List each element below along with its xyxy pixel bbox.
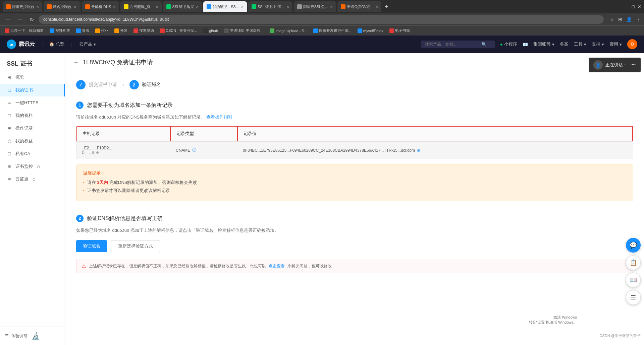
brand-name: 腾讯云 [19,41,35,48]
maximize-btn[interactable]: □ [632,4,635,9]
sidebar-item-my-rights[interactable]: ☆ 我的权益 [0,135,65,147]
bell-icon[interactable]: 📧 [523,42,528,47]
sidebar-item-cloud-cert[interactable]: ≡ 云证通 ⬡ [0,173,65,186]
billing-link[interactable]: 费用 ▾ [609,41,622,47]
tab-7[interactable]: SSL 证书 如何... ✕ [248,1,292,12]
bookmark-star-icon[interactable]: ☆ [610,17,614,22]
hamburger-icon: ☰ [5,334,9,338]
tab-close-4[interactable]: ✕ [156,5,158,9]
tab-favicon-4 [124,4,128,9]
mini-program-link[interactable]: ● 小程序 [500,41,517,47]
tab-8[interactable]: 阿里云SSL免... ✕ [294,1,336,12]
list-icon-button[interactable]: ☰ [626,290,641,305]
tab-close-7[interactable]: ✕ [286,5,289,9]
profile-icon[interactable]: 👤 [626,17,632,22]
tools-link[interactable]: 工具 ▾ [574,41,586,47]
bookmark-algo[interactable]: 算法 [75,27,91,34]
user-avatar[interactable]: O [627,39,637,49]
home-icon: 🏠 [49,42,54,47]
sidebar-footer[interactable]: ☰ 体验调研 🔬 [0,327,65,345]
tab-9[interactable]: 申请免费DV证... ✕ [337,1,381,12]
dns-table-row: _E2... ...F10D2... D... ...⊕ ⊕ CNAME ⓘ [76,142,633,159]
tab-add-button[interactable]: + [383,3,390,10]
tab-label-1: 阿里云控制台 [12,4,34,9]
dns-host-value: _E2... ...F10D2... [82,146,112,150]
sidebar-item-my-data[interactable]: □ 我的资料 [0,109,65,122]
https-label: 一键HTTPS [15,100,39,106]
sidebar-item-private-ca[interactable]: □ 私有CA [0,147,65,160]
brand-logo[interactable]: ☁ 腾讯云 [7,40,35,49]
my-certs-icon: □ [7,87,12,93]
bottom-warning-link[interactable]: 点击查看 [269,263,285,269]
bookmark-search-icon [133,28,138,33]
chat-support-button[interactable]: 💬 [626,238,641,253]
content-area: SSL 证书 ⊞ 概览 □ 我的证书 ≡ 一键HTTPS □ 我的资料 ≡ 操作… [0,53,644,345]
bookmark-search[interactable]: 搜索资源 [132,27,155,34]
bookmark-hw[interactable]: 作业 [94,27,110,34]
reselect-verification-button[interactable]: 重新选择验证方式 [111,240,160,252]
feedback-button[interactable]: 📋 [626,255,641,270]
dns-info-link[interactable]: 查看操作指引 [206,115,232,120]
bookmark-dev[interactable]: 开发 [113,27,129,34]
sidebar-item-cert-monitor[interactable]: ≡ 证书监控 ⬡ [0,160,65,173]
address-bar[interactable]: console.cloud.tencent.com/ssl/dsc/apply?… [39,15,604,24]
sidebar-item-operation-log[interactable]: ≡ 操作记录 [0,122,65,135]
warning-text-1: 请在 3天内 完成DNS解析记录的添加，否则审核将会失败 [87,180,197,186]
back-nav-button[interactable]: ← [3,16,13,23]
warning-days-link: 3天内 [97,180,108,185]
tab-6-active[interactable]: 我的证书 - SS... ✕ [203,1,247,12]
tab-close-2[interactable]: ✕ [73,5,76,9]
search-input[interactable] [425,42,479,47]
tab-4[interactable]: 在线翻译_有... ✕ [120,1,161,12]
bookmark-emqx[interactable]: myselfEmqx [356,28,385,34]
sidebar-item-overview[interactable]: ⊞ 概览 [0,71,65,84]
sidebar-item-my-certs[interactable]: □ 我的证书 [0,84,65,96]
back-button[interactable]: ← [73,59,79,65]
dns-table: 主机记录 记录类型 记录值 _E2... ...F10D2... D... ..… [76,126,633,159]
copy-value-icon[interactable]: ⊕ [417,148,420,153]
cloud-products-label: 云产品 [79,41,92,47]
bookmark-dev-label: 开发 [120,28,127,33]
close-btn[interactable]: ✕ [637,4,641,9]
home-link[interactable]: 🏠 总览 [49,41,64,47]
forward-nav-button[interactable]: → [15,16,25,23]
tab-5[interactable]: SSL证书购买 ✕ [163,1,202,12]
backup-link[interactable]: 备案 [560,41,569,47]
book-icon-button[interactable]: 📖 [626,273,641,287]
tab-close-3[interactable]: ✕ [113,5,116,9]
copy-host-icon[interactable]: ⊕ [96,150,99,155]
cloud-products-link[interactable]: 云产品 ▾ [79,41,96,47]
bookmark-baidu[interactable]: 百度一下，你就知道 [3,27,45,34]
tab-close-9[interactable]: ✕ [375,5,378,9]
bookmark-csdn[interactable]: CSDN - 专业开发... [159,27,199,34]
reload-button[interactable]: ↻ [28,16,36,23]
bookmark-ebooks[interactable]: 电子书籍 [388,27,411,34]
bookmark-copyright[interactable]: 申请须知-中国版权... [223,27,265,34]
group-arrow-icon: ▾ [552,42,554,47]
group-account-link[interactable]: 集团账号 ▾ [533,41,554,47]
menu-icon[interactable]: ⋮ [636,17,641,22]
speaking-person-icon: 👤 [593,60,603,70]
bookmark-video[interactable]: 视频相关 [48,27,71,34]
tab-close-1[interactable]: ✕ [36,5,39,9]
tab-2[interactable]: 域名控制台 ✕ [44,1,80,12]
tab-3[interactable]: 云解析 DNS ✕ [82,1,119,12]
overview-icon: ⊞ [7,75,12,80]
extension-icon[interactable]: ⊞ [618,17,622,22]
tab-close-8[interactable]: ✕ [330,5,333,9]
bookmark-github[interactable]: gihub [202,28,219,34]
tab-close-6[interactable]: ✕ [241,5,244,9]
top-search-bar[interactable]: 🔍 [421,41,495,48]
minimize-btn[interactable]: ─ [626,4,629,9]
bookmark-baidu-icon [5,28,9,33]
support-link[interactable]: 支持 ▾ [592,41,604,47]
tab-close-5[interactable]: ✕ [196,5,199,9]
bookmark-image-upload[interactable]: Image Upload - S... [268,28,309,34]
sidebar-item-one-click-https[interactable]: ≡ 一键HTTPS [0,96,65,109]
group-account-label: 集团账号 [533,41,551,47]
bookmark-cdb[interactable]: 国家开发银行生源... [312,27,353,34]
verify-domain-button[interactable]: 验证域名 [76,240,107,252]
op-log-icon: ≡ [7,126,12,131]
tab-1[interactable]: 阿里云控制台 ✕ [3,1,42,12]
cloud-cert-label: 云证通 [15,176,29,182]
